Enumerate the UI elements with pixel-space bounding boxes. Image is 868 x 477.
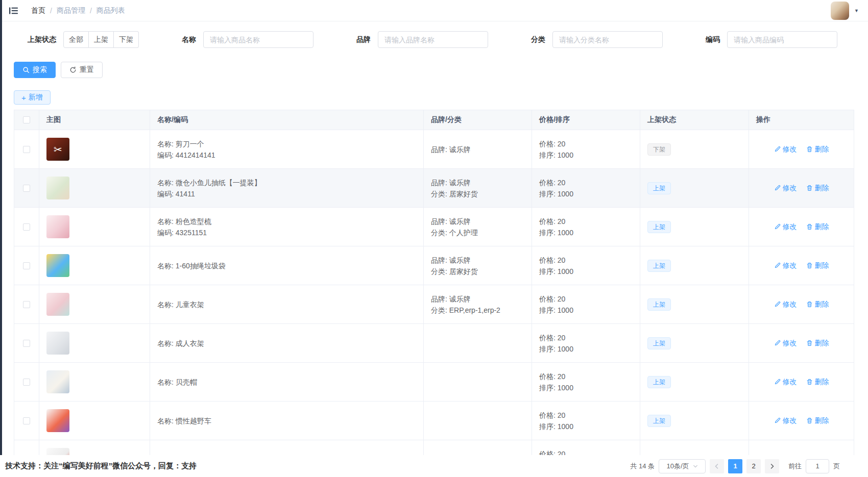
status-cell: 下架 (640, 130, 749, 169)
user-menu[interactable]: ▼ (831, 2, 859, 20)
brand-category-cell: 品牌: 诚乐牌分类: 个人护理 (424, 208, 532, 246)
filter-category: 分类 (531, 31, 663, 48)
product-brand: 品牌: 诚乐牌 (431, 144, 471, 155)
brand-name-input[interactable] (378, 31, 488, 48)
goto-unit: 页 (833, 462, 840, 471)
main-area: 首页 / 商品管理 / 商品列表 ▼ 上架状态 全部 上架 下架 名称 品牌 (2, 0, 868, 477)
trash-icon (806, 223, 813, 230)
trash-icon (806, 301, 813, 308)
total-count: 共 14 条 (630, 462, 655, 471)
status-option-off-shelf[interactable]: 下架 (114, 31, 139, 48)
status-option-all[interactable]: 全部 (63, 31, 89, 48)
filter-bar: 上架状态 全部 上架 下架 名称 品牌 分类 编码 (28, 31, 868, 48)
breadcrumb: 首页 / 商品管理 / 商品列表 (31, 6, 125, 15)
filter-code-label: 编码 (706, 35, 720, 44)
edit-button[interactable]: 修改 (774, 145, 797, 154)
row-checkbox[interactable] (23, 185, 30, 192)
goto-page: 前往 页 (788, 459, 840, 473)
pagination: 共 14 条 10条/页 1 2 前往 页 (630, 459, 840, 473)
status-tag: 下架 (647, 143, 671, 156)
goto-page-input[interactable] (806, 459, 829, 473)
row-select-cell (14, 169, 39, 208)
delete-button[interactable]: 删除 (806, 261, 829, 270)
product-category: 分类: 个人护理 (431, 227, 478, 238)
plus-icon: + (21, 94, 26, 102)
product-name: 名称: 1-60抽绳垃圾袋 (157, 260, 226, 271)
chevron-left-icon (714, 463, 720, 469)
add-product-button[interactable]: + 新增 (14, 90, 51, 105)
tissue-pack-product-photo (46, 177, 69, 199)
edit-button[interactable]: 修改 (774, 300, 797, 309)
operations-cell: 修改删除 (749, 363, 854, 401)
row-checkbox[interactable] (23, 340, 30, 347)
row-checkbox[interactable] (23, 146, 30, 153)
next-page-button[interactable] (765, 459, 779, 473)
search-actions: 搜索 重置 (14, 62, 868, 78)
page-size-select[interactable]: 10条/页 (659, 459, 706, 473)
select-all-checkbox[interactable] (23, 116, 30, 123)
toy-cars-product-photo (46, 409, 69, 432)
header-price-sort: 价格/排序 (532, 110, 640, 130)
collapse-menu-icon[interactable] (9, 7, 18, 15)
edit-button[interactable]: 修改 (774, 416, 797, 425)
row-checkbox[interactable] (23, 417, 30, 424)
breadcrumb-home[interactable]: 首页 (31, 6, 45, 15)
row-checkbox[interactable] (23, 301, 30, 308)
product-name: 名称: 贝壳帽 (157, 376, 197, 388)
delete-button[interactable]: 删除 (806, 416, 829, 425)
status-option-on-shelf[interactable]: 上架 (89, 31, 114, 48)
status-tag: 上架 (647, 337, 671, 349)
delete-button[interactable]: 删除 (806, 339, 829, 348)
search-button[interactable]: 搜索 (14, 62, 56, 78)
user-avatar[interactable] (831, 2, 849, 20)
product-brand: 品牌: 诚乐牌 (431, 293, 471, 305)
product-sort: 排序: 1000 (539, 305, 573, 316)
main-image-cell: ✂ (39, 130, 150, 169)
table-row: 名称: 粉色造型梳编码: 43251151品牌: 诚乐牌分类: 个人护理价格: … (14, 208, 854, 246)
price-sort-cell: 价格: 20排序: 1000 (532, 130, 640, 169)
product-sort: 排序: 1000 (539, 149, 573, 161)
row-checkbox[interactable] (23, 262, 30, 269)
footer-bar: 技术支持：关注“编写美好前程”微信公众号，回复：支持 共 14 条 10条/页 … (0, 455, 868, 477)
product-category: 分类: 居家好货 (431, 266, 478, 277)
table-row: 名称: 贝壳帽价格: 20排序: 1000上架修改删除 (14, 363, 854, 401)
header-operations: 操作 (749, 110, 854, 130)
delete-button[interactable]: 删除 (806, 145, 829, 154)
main-image-cell (39, 285, 150, 324)
product-code: 编码: 4412414141 (157, 149, 215, 161)
brand-category-cell: 品牌: 诚乐牌分类: ERP,erp-1,erp-2 (424, 285, 532, 324)
category-name-input[interactable] (552, 31, 663, 48)
trash-icon (806, 417, 813, 424)
search-icon (22, 66, 30, 73)
price-sort-cell: 价格: 20排序: 1000 (532, 401, 640, 440)
row-checkbox[interactable] (23, 223, 30, 231)
garbage-bags-product-photo (46, 254, 69, 277)
product-name-input[interactable] (203, 31, 314, 48)
edit-button[interactable]: 修改 (774, 261, 797, 270)
breadcrumb-product-management[interactable]: 商品管理 (57, 6, 85, 15)
edit-button[interactable]: 修改 (774, 184, 797, 193)
row-select-cell (14, 285, 39, 324)
product-code-input[interactable] (727, 31, 837, 48)
delete-button[interactable]: 删除 (806, 300, 829, 309)
row-checkbox[interactable] (23, 379, 30, 386)
reset-button[interactable]: 重置 (61, 62, 103, 78)
pencil-icon (774, 185, 781, 191)
delete-button[interactable]: 删除 (806, 378, 829, 387)
delete-button[interactable]: 删除 (806, 222, 829, 232)
edit-button[interactable]: 修改 (774, 339, 797, 348)
main-image-cell (39, 324, 150, 363)
shell-hat-product-photo (46, 370, 69, 393)
prev-page-button[interactable] (710, 459, 724, 473)
edit-button[interactable]: 修改 (774, 222, 797, 232)
page-button-2[interactable]: 2 (746, 459, 761, 473)
edit-button[interactable]: 修改 (774, 378, 797, 387)
page-button-1[interactable]: 1 (728, 459, 742, 473)
table-row: 名称: 成人衣架价格: 20排序: 1000上架修改删除 (14, 324, 854, 363)
product-name: 名称: 粉色造型梳 (157, 216, 211, 227)
product-brand: 品牌: 诚乐牌 (431, 216, 471, 227)
row-select-cell (14, 130, 39, 169)
product-price: 价格: 20 (539, 255, 565, 266)
product-name: 名称: 惯性越野车 (157, 415, 211, 426)
delete-button[interactable]: 删除 (806, 184, 829, 193)
